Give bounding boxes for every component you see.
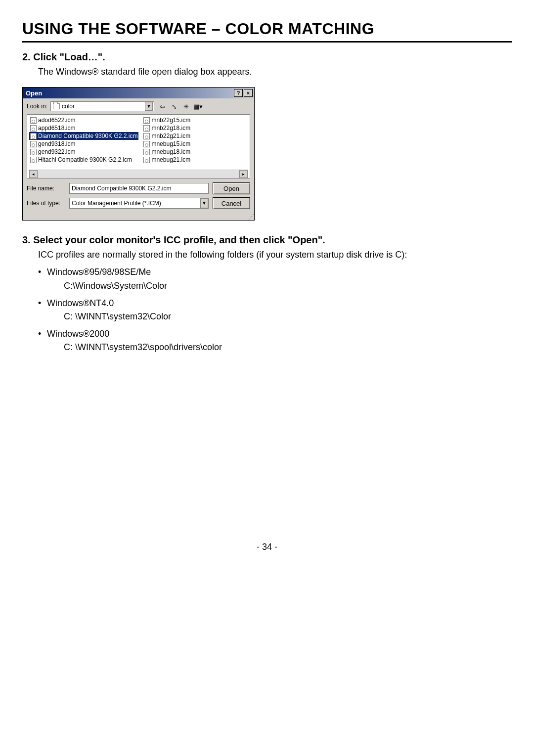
bullet-label: Windows®NT4.0	[47, 297, 114, 310]
file-item[interactable]: mnb22g15.icm	[142, 116, 191, 124]
bullet-dot: •	[38, 297, 47, 310]
lookin-value: color	[62, 103, 143, 110]
file-item[interactable]: appd6518.icm	[29, 124, 138, 132]
page-number: - 34 -	[22, 542, 512, 552]
bullet-dot: •	[38, 266, 47, 278]
icm-file-icon	[30, 149, 37, 155]
step-3-body: ICC profiles are normally stored in the …	[38, 249, 512, 261]
file-name-label: File name:	[27, 185, 65, 192]
file-item[interactable]: mnebug21.icm	[142, 156, 191, 164]
bullet-item: •Windows®2000	[38, 328, 512, 340]
file-item-label: adod6522.icm	[38, 117, 75, 124]
icm-file-icon	[30, 125, 37, 132]
open-dialog: Open ? × Look in: color ▼ ⇦ ⤣ ✳ ▦▾ adod6…	[22, 87, 255, 221]
page-title: USING THE SOFTWARE – COLOR MATCHING	[22, 20, 512, 43]
file-item-label: appd6518.icm	[38, 125, 75, 132]
nav-up-icon[interactable]: ⤣	[169, 101, 179, 111]
bullet-path: C:\Windows\System\Color	[64, 280, 512, 292]
view-menu-icon[interactable]: ▦▾	[193, 101, 203, 111]
icm-file-icon	[30, 157, 37, 163]
nav-back-icon[interactable]: ⇦	[157, 101, 167, 111]
file-item-label: mnebug21.icm	[151, 156, 190, 163]
dialog-titlebar: Open ? ×	[23, 88, 254, 98]
step-3: 3. Select your color monitor's ICC profi…	[22, 234, 512, 354]
icm-file-icon	[143, 157, 150, 163]
file-type-combo[interactable]: Color Management Profile (*.ICM) ▼	[69, 198, 209, 209]
step-2: 2. Click "Load…". The Windows® standard …	[22, 51, 512, 78]
bullet-path: C: \WINNT\system32\spool\drivers\color	[64, 341, 512, 354]
bullet-item: •Windows®95/98/98SE/Me	[38, 266, 512, 278]
bullet-item: •Windows®NT4.0	[38, 297, 512, 310]
lookin-combo[interactable]: color ▼	[50, 101, 154, 111]
chevron-down-icon[interactable]: ▼	[145, 102, 153, 111]
bullet-dot: •	[38, 328, 47, 340]
file-item[interactable]: gend9322.icm	[29, 148, 138, 156]
chevron-down-icon[interactable]: ▼	[200, 198, 208, 208]
folder-icon	[53, 103, 60, 109]
file-item-label: mnb22g18.icm	[151, 125, 190, 132]
file-item-label: Diamond Compatible 9300K G2.2.icm	[38, 133, 137, 139]
file-item-label: mnb22g21.icm	[151, 133, 190, 139]
file-item[interactable]: mnb22g21.icm	[142, 132, 191, 140]
file-item-label: mnebug18.icm	[151, 148, 190, 155]
scroll-track[interactable]	[38, 170, 239, 178]
step-2-body: The Windows® standard file open dialog b…	[38, 66, 512, 78]
file-item-label: mnb22g15.icm	[151, 117, 190, 124]
dialog-title: Open	[26, 89, 42, 97]
file-item-label: gend9322.icm	[38, 148, 75, 155]
file-type-value: Color Management Profile (*.ICM)	[72, 200, 200, 207]
file-item-label: mnebug15.icm	[151, 140, 190, 147]
open-button[interactable]: Open	[213, 182, 250, 194]
scroll-left-icon[interactable]: ◂	[29, 170, 38, 178]
file-list: adod6522.icmappd6518.icmDiamond Compatib…	[27, 114, 250, 178]
icm-file-icon	[30, 141, 37, 147]
file-type-label: Files of type:	[27, 200, 65, 207]
lookin-label: Look in:	[27, 103, 47, 110]
bullet-label: Windows®95/98/98SE/Me	[47, 266, 151, 278]
icm-file-icon	[143, 133, 150, 139]
cancel-button[interactable]: Cancel	[213, 197, 250, 209]
step-2-heading: 2. Click "Load…".	[22, 51, 512, 63]
file-item[interactable]: mnebug15.icm	[142, 140, 191, 148]
file-item[interactable]: gend9318.icm	[29, 140, 138, 148]
file-item[interactable]: adod6522.icm	[29, 116, 138, 124]
icm-file-icon	[30, 133, 37, 139]
file-item-label: gend9318.icm	[38, 140, 75, 147]
scroll-right-icon[interactable]: ▸	[239, 170, 248, 178]
help-button[interactable]: ?	[234, 89, 243, 97]
bullet-path: C: \WINNT\system32\Color	[64, 311, 512, 323]
dialog-toolbar: Look in: color ▼ ⇦ ⤣ ✳ ▦▾	[23, 98, 254, 113]
step-3-heading: 3. Select your color monitor's ICC profi…	[22, 234, 512, 246]
file-name-value: Diamond Compatible 9300K G2.2.icm	[72, 185, 171, 192]
icm-file-icon	[30, 117, 37, 124]
file-name-input[interactable]: Diamond Compatible 9300K G2.2.icm	[69, 183, 209, 194]
icm-file-icon	[143, 125, 150, 132]
file-item[interactable]: Diamond Compatible 9300K G2.2.icm	[29, 132, 138, 140]
horizontal-scrollbar[interactable]: ◂ ▸	[29, 170, 248, 178]
bullet-label: Windows®2000	[47, 328, 109, 340]
file-item[interactable]: mnebug18.icm	[142, 148, 191, 156]
icm-file-icon	[143, 149, 150, 155]
new-folder-icon[interactable]: ✳	[181, 101, 191, 111]
icm-file-icon	[143, 141, 150, 147]
resize-grip-icon[interactable]: ⋰	[23, 213, 254, 220]
file-item[interactable]: Hitachi Compatible 9300K G2.2.icm	[29, 156, 138, 164]
file-item[interactable]: mnb22g18.icm	[142, 124, 191, 132]
close-button[interactable]: ×	[244, 89, 253, 97]
file-item-label: Hitachi Compatible 9300K G2.2.icm	[38, 156, 132, 163]
icm-file-icon	[143, 117, 150, 124]
